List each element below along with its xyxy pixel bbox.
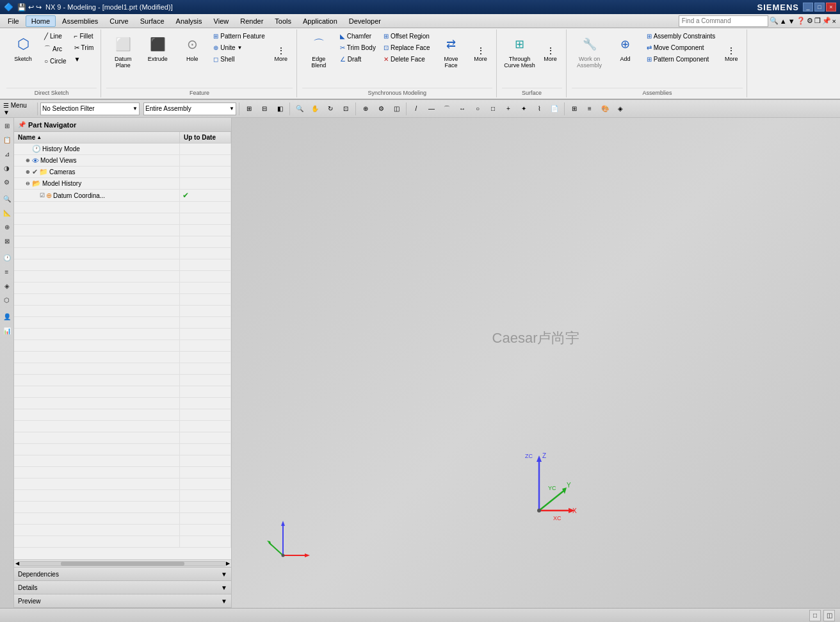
unite-btn[interactable]: ⊕Unite▼: [210, 42, 268, 53]
zoom-btn[interactable]: 🔍: [293, 102, 307, 116]
sidebar-icon-15[interactable]: 📊: [1, 324, 13, 337]
chamfer-btn[interactable]: ◣Chamfer: [337, 31, 379, 42]
sidebar-icon-1[interactable]: ⊞: [1, 119, 13, 132]
select-all-btn[interactable]: ⊞: [242, 102, 256, 116]
tree-col-uptodate[interactable]: Up to Date: [180, 132, 231, 143]
add-button[interactable]: ⊕ Add: [609, 31, 642, 77]
move-component-btn[interactable]: ⇄Move Component: [643, 42, 719, 53]
circle-tool-btn[interactable]: ○: [471, 102, 485, 116]
tree-row-cameras[interactable]: ⊕ ✔ 📁 Cameras: [14, 167, 231, 178]
sync-more-btn[interactable]: ⋮ More: [469, 31, 492, 76]
find-command-input[interactable]: [679, 15, 768, 27]
material-btn[interactable]: ◈: [613, 102, 627, 116]
dependencies-header[interactable]: Dependencies ▼: [14, 568, 231, 580]
dimension-btn[interactable]: ↔: [455, 102, 469, 116]
arc-btn[interactable]: ⌒Arc: [41, 42, 70, 55]
maximize-btn[interactable]: □: [814, 3, 825, 12]
fit-btn[interactable]: ⊡: [339, 102, 353, 116]
sidebar-icon-10[interactable]: 🕐: [1, 251, 13, 264]
menu-item-tools[interactable]: Tools: [270, 16, 296, 26]
rect-tool-btn[interactable]: □: [486, 102, 500, 116]
wave-tool-btn[interactable]: ⌇: [532, 102, 546, 116]
selection-filter-dropdown[interactable]: No Selection Filter ▼: [40, 102, 140, 115]
delete-face-btn[interactable]: ✕Delete Face: [380, 54, 433, 65]
notes-btn[interactable]: 📄: [547, 102, 561, 116]
datum-plane-button[interactable]: ⬜ DatumPlane: [106, 31, 140, 77]
sidebar-icon-5[interactable]: ⚙: [1, 176, 13, 188]
trim-btn[interactable]: ✂Trim: [71, 42, 97, 53]
scope-dropdown[interactable]: Entire Assembly ▼: [143, 102, 236, 115]
work-on-assembly-button[interactable]: 🔧 Work onAssembly: [572, 31, 608, 77]
move-face-button[interactable]: ⇄ MoveFace: [435, 31, 468, 77]
trim-body-btn[interactable]: ✂Trim Body: [337, 42, 379, 53]
close-btn[interactable]: ×: [826, 3, 836, 12]
tree-col-name[interactable]: Name ▲: [14, 132, 180, 143]
menu-item-file[interactable]: File: [3, 16, 24, 26]
status-icon-1[interactable]: □: [809, 610, 821, 621]
sidebar-icon-8[interactable]: ⊕: [1, 220, 13, 233]
straight-line-btn[interactable]: —: [424, 102, 439, 116]
sidebar-icon-3[interactable]: ⊿: [1, 147, 13, 160]
help-icon[interactable]: ❓: [796, 17, 805, 25]
sidebar-icon-12[interactable]: ◈: [1, 279, 13, 292]
menu-item-analysis[interactable]: Analysis: [171, 16, 207, 26]
sidebar-icon-6[interactable]: 🔍: [1, 192, 13, 205]
sketch-button[interactable]: ⬡ Sketch: [6, 31, 40, 77]
expand-icon[interactable]: ❐: [814, 17, 821, 25]
settings-icon[interactable]: ⚙: [807, 17, 813, 25]
tree-row-history-mode[interactable]: 🕐 History Mode: [14, 143, 231, 155]
model-views-expand[interactable]: ⊕: [24, 158, 31, 164]
status-icon-2[interactable]: ◫: [823, 610, 835, 621]
model-history-expand[interactable]: ⊖: [24, 181, 31, 187]
menu-item-surface[interactable]: Surface: [135, 16, 170, 26]
menu-item-view[interactable]: View: [209, 16, 234, 26]
part-nav-scrollbar[interactable]: ◀ ▶: [14, 559, 231, 567]
plus-tool-btn[interactable]: +: [501, 102, 515, 116]
menu-dropdown-btn[interactable]: ☰ Menu ▼: [3, 102, 35, 116]
surface-more-btn[interactable]: ⋮ More: [539, 31, 562, 76]
pan-btn[interactable]: ✋: [308, 102, 322, 116]
grid-btn[interactable]: ⊞: [567, 102, 581, 116]
star-tool-btn[interactable]: ✦: [517, 102, 531, 116]
scroll-right-btn[interactable]: ▶: [226, 561, 230, 566]
invert-selection-btn[interactable]: ⊟: [257, 102, 271, 116]
pattern-feature-btn[interactable]: ⊞Pattern Feature: [210, 31, 268, 42]
view-settings-btn[interactable]: ⚙: [374, 102, 388, 116]
scrollbar-track[interactable]: [19, 561, 226, 566]
scrollbar-thumb[interactable]: [61, 562, 184, 566]
replace-face-btn[interactable]: ⊡Replace Face: [380, 42, 433, 53]
menu-item-developer[interactable]: Developer: [344, 16, 386, 26]
selection-mode-btn[interactable]: ◧: [273, 102, 287, 116]
nav-up-icon[interactable]: ▲: [780, 17, 787, 25]
arc-tool-btn[interactable]: ⌒: [440, 102, 454, 116]
through-curve-mesh-button[interactable]: ⊞ ThroughCurve Mesh: [502, 31, 538, 77]
details-header[interactable]: Details ▼: [14, 581, 231, 594]
sidebar-icon-9[interactable]: ⊠: [1, 234, 13, 247]
part-navigator-tree[interactable]: Name ▲ Up to Date 🕐 History Mode: [14, 132, 231, 559]
menu-item-assemblies[interactable]: Assemblies: [57, 16, 103, 26]
draft-btn[interactable]: ∠Draft: [337, 54, 379, 65]
datum-coord-checkbox[interactable]: ☑: [40, 192, 45, 199]
close-ribbon-icon[interactable]: ×: [832, 17, 836, 25]
nav-down-icon[interactable]: ▼: [788, 17, 795, 25]
line-btn[interactable]: ╱Line: [41, 31, 70, 42]
menu-item-curve[interactable]: Curve: [104, 16, 133, 26]
sidebar-icon-4[interactable]: ◑: [1, 161, 13, 174]
display-mode-btn[interactable]: ◫: [389, 102, 403, 116]
sketch-constraint-btn[interactable]: /: [409, 102, 423, 116]
edge-blend-button[interactable]: ⌒ EdgeBlend: [302, 31, 335, 77]
hole-button[interactable]: ⊙ Hole: [175, 31, 209, 77]
title-icon-1[interactable]: 💾: [17, 3, 26, 12]
title-icon-2[interactable]: ↩: [28, 3, 34, 12]
menu-item-application[interactable]: Application: [298, 16, 343, 26]
menu-item-render[interactable]: Render: [235, 16, 268, 26]
extrude-button[interactable]: ⬛ Extrude: [141, 31, 174, 77]
feature-more-btn[interactable]: ⋮ More: [270, 31, 293, 76]
tree-row-datum-coord[interactable]: ☑ ⊕ Datum Coordina... ✔: [14, 190, 231, 202]
snap-view-btn[interactable]: ⊕: [359, 102, 373, 116]
offset-region-btn[interactable]: ⊞Offset Region: [380, 31, 433, 42]
sidebar-icon-7[interactable]: 📐: [1, 206, 13, 219]
circle-btn[interactable]: ○Circle: [41, 56, 70, 67]
assemblies-more-btn[interactable]: ⋮ More: [720, 31, 743, 76]
layers-btn[interactable]: ≡: [583, 102, 597, 116]
